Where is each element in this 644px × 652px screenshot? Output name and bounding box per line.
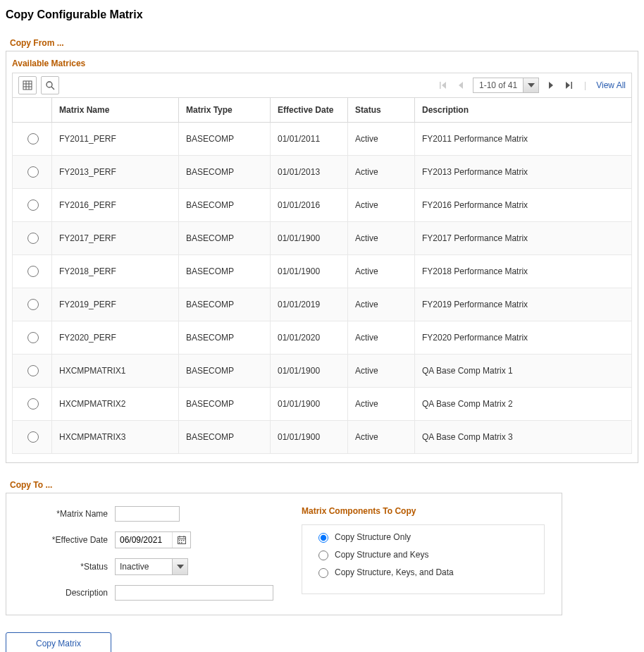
col-status[interactable]: Status (348, 98, 415, 123)
grid-first-icon[interactable] (438, 81, 449, 90)
description-input[interactable] (115, 585, 273, 601)
col-select (13, 98, 52, 123)
components-title: Matrix Components To Copy (302, 506, 545, 516)
cell-matrix-name: FY2020_PERF (52, 321, 179, 355)
grid-settings-button[interactable] (18, 76, 37, 94)
select-row-radio[interactable] (27, 332, 39, 343)
svg-marker-12 (566, 82, 570, 89)
cell-matrix-name: FY2017_PERF (52, 222, 179, 255)
table-row: FY2020_PERFBASECOMP01/01/2020ActiveFY202… (13, 321, 632, 355)
status-value: Inactive (116, 559, 172, 574)
grid-next-icon[interactable] (546, 81, 556, 90)
svg-marker-23 (177, 565, 184, 569)
cell-effective-date: 01/01/2013 (271, 156, 348, 189)
grid-toolbar: 1-10 of 41 | View All (12, 73, 632, 97)
svg-rect-21 (179, 542, 180, 543)
cell-effective-date: 01/01/1900 (271, 222, 348, 255)
table-row: FY2018_PERFBASECOMP01/01/1900ActiveFY201… (13, 255, 632, 288)
available-matrices-table: Matrix Name Matrix Type Effective Date S… (12, 97, 632, 454)
select-row-radio[interactable] (27, 133, 39, 144)
cell-status: Active (348, 255, 415, 288)
col-matrix-name[interactable]: Matrix Name (52, 98, 179, 123)
cell-status: Active (348, 222, 415, 255)
svg-rect-18 (179, 540, 180, 541)
cell-matrix-name: FY2019_PERF (52, 288, 179, 321)
chevron-down-icon (523, 78, 538, 92)
svg-point-5 (47, 82, 52, 87)
svg-marker-9 (459, 82, 463, 89)
select-row-radio[interactable] (27, 365, 39, 376)
cell-matrix-name: FY2016_PERF (52, 189, 179, 222)
grid-search-button[interactable] (41, 76, 59, 94)
copy-to-label: Copy To ... (10, 480, 638, 490)
col-matrix-type[interactable]: Matrix Type (179, 98, 271, 123)
copy-keys-label: Copy Structure and Keys (335, 550, 428, 560)
cell-matrix-name: FY2018_PERF (52, 255, 179, 288)
cell-matrix-name: FY2013_PERF (52, 156, 179, 189)
matrix-name-label: Matrix Name (23, 509, 108, 519)
cell-description: FY2016 Performance Matrix (415, 189, 632, 222)
copy-matrix-button[interactable]: Copy Matrix (6, 632, 111, 652)
grid-range-select[interactable]: 1-10 of 41 (473, 78, 539, 93)
cell-effective-date: 01/01/1900 (271, 388, 348, 421)
grid-last-icon[interactable] (563, 81, 574, 90)
select-row-radio[interactable] (27, 398, 39, 410)
svg-marker-8 (442, 82, 446, 89)
chevron-down-icon (172, 559, 187, 574)
calendar-button[interactable] (172, 532, 190, 548)
svg-line-6 (51, 87, 54, 90)
cell-matrix-name: HXCMPMATRIX2 (52, 388, 179, 421)
col-effective-date[interactable]: Effective Date (271, 98, 348, 123)
cell-description: FY2011 Performance Matrix (415, 123, 632, 156)
cell-status: Active (348, 355, 415, 388)
cell-matrix-type: BASECOMP (179, 222, 271, 255)
cell-matrix-type: BASECOMP (179, 189, 271, 222)
select-row-radio[interactable] (27, 233, 39, 244)
select-row-radio[interactable] (27, 431, 39, 443)
cell-status: Active (348, 388, 415, 421)
cell-matrix-type: BASECOMP (179, 123, 271, 156)
svg-rect-13 (571, 82, 573, 89)
copy-from-label: Copy From ... (10, 38, 638, 48)
table-row: FY2019_PERFBASECOMP01/01/2019ActiveFY201… (13, 288, 632, 321)
cell-effective-date: 01/01/1900 (271, 255, 348, 288)
copy-keys-radio[interactable] (318, 550, 328, 560)
effective-date-input[interactable] (116, 532, 172, 548)
status-label: Status (23, 562, 108, 572)
matrix-name-input[interactable] (115, 506, 180, 522)
svg-rect-22 (181, 542, 182, 543)
table-row: HXCMPMATRIX1BASECOMP01/01/1900ActiveQA B… (13, 355, 632, 388)
svg-rect-0 (23, 81, 32, 90)
select-row-radio[interactable] (27, 166, 39, 178)
cell-description: FY2019 Performance Matrix (415, 288, 632, 321)
cell-matrix-type: BASECOMP (179, 421, 271, 454)
cell-matrix-type: BASECOMP (179, 156, 271, 189)
description-label: Description (23, 588, 108, 598)
view-all-link[interactable]: View All (596, 80, 626, 90)
copy-data-radio[interactable] (318, 568, 328, 578)
cell-matrix-type: BASECOMP (179, 355, 271, 388)
copy-data-label: Copy Structure, Keys, and Data (335, 567, 454, 577)
copy-structure-label: Copy Structure Only (335, 532, 411, 542)
grid-range-text: 1-10 of 41 (473, 78, 523, 92)
copy-structure-radio[interactable] (318, 533, 328, 543)
table-row: FY2017_PERFBASECOMP01/01/1900ActiveFY201… (13, 222, 632, 255)
available-matrices-title: Available Matrices (12, 59, 632, 68)
status-select[interactable]: Inactive (115, 558, 188, 575)
svg-rect-20 (183, 540, 185, 541)
cell-status: Active (348, 421, 415, 454)
select-row-radio[interactable] (27, 299, 39, 310)
components-groupbox: Copy Structure Only Copy Structure and K… (302, 524, 545, 594)
effective-date-label: Effective Date (23, 535, 108, 545)
select-row-radio[interactable] (27, 266, 39, 277)
cell-effective-date: 01/01/1900 (271, 421, 348, 454)
select-row-radio[interactable] (27, 199, 39, 211)
col-description[interactable]: Description (415, 98, 632, 123)
search-icon (45, 80, 55, 90)
svg-marker-10 (528, 83, 535, 87)
svg-rect-7 (440, 82, 441, 89)
grid-prev-icon[interactable] (456, 81, 466, 90)
cell-matrix-type: BASECOMP (179, 388, 271, 421)
cell-description: FY2020 Performance Matrix (415, 321, 632, 355)
cell-effective-date: 01/01/2020 (271, 321, 348, 355)
